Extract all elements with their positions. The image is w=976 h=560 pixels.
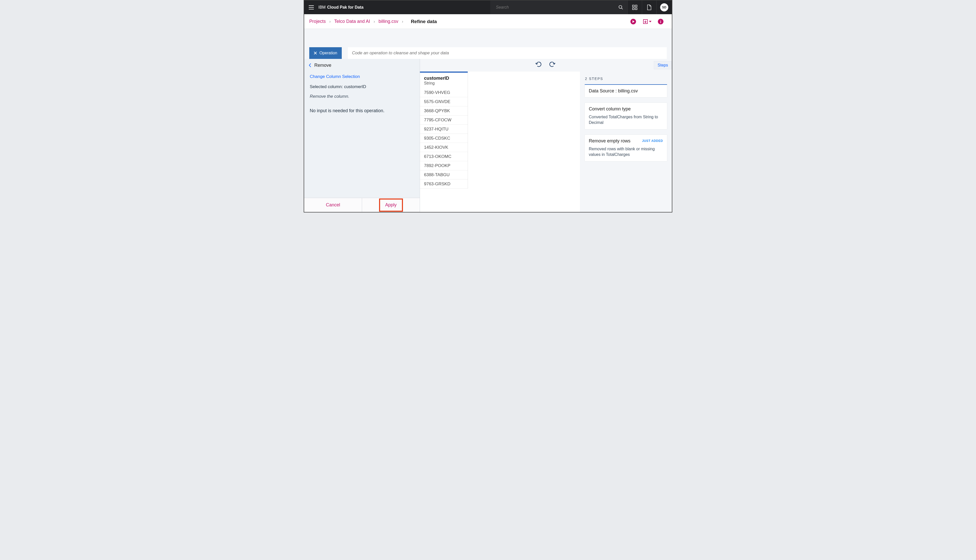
step-desc: Converted TotalCharges from String to De… (589, 114, 663, 126)
chevron-right-icon: › (402, 19, 403, 24)
brand-name: Cloud Pak for Data (327, 5, 363, 10)
operation-chip-label: Operation (319, 51, 337, 55)
panel-footer: Cancel Apply (304, 198, 420, 212)
table-row: 6388-TABGU (420, 170, 468, 180)
operation-note: No input is needed for this operation. (310, 108, 414, 113)
search-icon (618, 5, 623, 10)
apps-icon[interactable] (627, 0, 642, 14)
table-row: 3668-QPYBK (420, 107, 468, 115)
svg-line-1 (622, 8, 623, 9)
table-row: 9305-CDSKC (420, 134, 468, 143)
svg-point-0 (619, 6, 622, 8)
svg-rect-3 (635, 5, 637, 7)
operation-chip[interactable]: Operation (309, 47, 342, 59)
data-preview: customerID String 7590-VHVEG 5575-GNVDE … (420, 72, 580, 212)
crumb-current: Refine data (411, 19, 437, 24)
just-added-badge: JUST ADDED (642, 139, 663, 143)
step-data-source[interactable]: Data Source : billing.csv (584, 84, 667, 97)
close-icon[interactable] (314, 52, 317, 55)
product-brand: IBM Cloud Pak for Data (319, 5, 364, 10)
svg-rect-10 (661, 20, 661, 20)
change-column-link[interactable]: Change Column Selection (304, 72, 420, 82)
step-remove-empty[interactable]: Remove empty rows JUST ADDED Removed row… (584, 135, 667, 162)
column-name: customerID (424, 76, 464, 81)
panel-header: Remove (304, 59, 420, 72)
table-row: 6713-OKOMC (420, 152, 468, 161)
steps-toggle[interactable]: Steps (654, 61, 672, 69)
svg-rect-9 (661, 21, 661, 23)
redo-button[interactable] (549, 61, 557, 69)
table-row: 9237-HQITU (420, 125, 468, 134)
panel-title: Remove (314, 63, 331, 68)
code-operation-input[interactable]: Code an operation to cleanse and shape y… (348, 47, 667, 59)
table-row: 1452-KIOVK (420, 143, 468, 152)
operation-row: Operation Code an operation to cleanse a… (304, 47, 672, 59)
chevron-right-icon: › (374, 19, 375, 24)
app-window: IBM Cloud Pak for Data SD Projects › Tel… (304, 0, 672, 212)
crumb-file[interactable]: billing.csv (379, 19, 399, 24)
step-title: Remove empty rows (589, 138, 631, 144)
search-input[interactable] (496, 5, 618, 10)
menu-icon (309, 5, 314, 9)
crumb-projects[interactable]: Projects (309, 19, 326, 24)
svg-rect-4 (632, 8, 634, 10)
chevron-right-icon: › (329, 19, 330, 24)
steps-count: 2 STEPS (585, 77, 667, 81)
global-search[interactable] (490, 0, 627, 14)
column-type: String (424, 81, 464, 85)
step-title: Data Source : billing.csv (589, 88, 663, 94)
table-row: 5575-GNVDE (420, 97, 468, 107)
export-dropdown[interactable] (639, 17, 654, 27)
svg-rect-5 (635, 8, 637, 10)
user-avatar[interactable]: SD (660, 3, 668, 12)
brand-prefix: IBM (319, 5, 325, 10)
back-icon[interactable] (309, 63, 311, 67)
table-row: 7795-CFOCW (420, 115, 468, 125)
table-row: 9763-GRSKD (420, 180, 468, 188)
breadcrumb: Projects › Telco Data and AI › billing.c… (304, 14, 672, 29)
step-convert-type[interactable]: Convert column type Converted TotalCharg… (584, 103, 667, 130)
crumb-project[interactable]: Telco Data and AI (334, 19, 370, 24)
preview-toolbar: Steps (420, 59, 672, 72)
selected-column-label: Selected column: customerID (310, 84, 414, 89)
step-desc: Removed rows with blank or missing value… (589, 146, 663, 158)
global-header: IBM Cloud Pak for Data SD (304, 0, 672, 14)
table-row: 7892-POOKP (420, 161, 468, 170)
apply-button[interactable]: Apply (362, 198, 420, 212)
table-row: 7590-VHVEG (420, 88, 468, 97)
info-button[interactable] (654, 17, 667, 27)
hamburger-menu[interactable] (304, 0, 319, 14)
column-header[interactable]: customerID String (420, 72, 468, 88)
cancel-button[interactable]: Cancel (304, 198, 362, 212)
chevron-down-icon (649, 21, 652, 22)
steps-panel: 2 STEPS Data Source : billing.csv Conver… (580, 72, 672, 212)
run-button[interactable] (627, 17, 639, 27)
svg-rect-2 (632, 5, 634, 7)
step-title: Convert column type (589, 107, 663, 112)
workspace: Remove Change Column Selection Selected … (304, 59, 672, 212)
operation-description: Remove the column. (310, 94, 414, 99)
operation-config-panel: Remove Change Column Selection Selected … (304, 59, 420, 212)
undo-button[interactable] (535, 61, 543, 69)
document-icon[interactable] (642, 0, 656, 14)
